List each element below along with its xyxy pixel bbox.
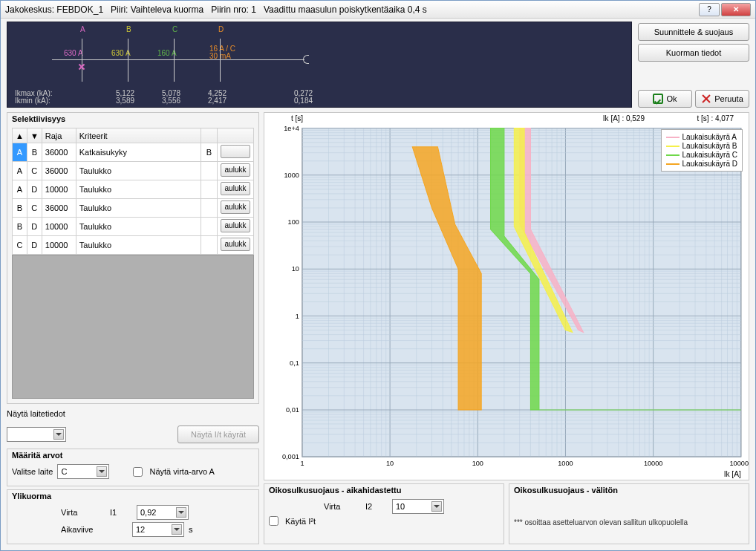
svg-text:1000: 1000 <box>558 460 573 467</box>
virta-label: Virta <box>61 508 105 517</box>
chevron-down-icon <box>431 501 442 512</box>
svg-text:10: 10 <box>292 265 299 273</box>
title-req: Vaadittu maasulun poiskytkentäaika 0,4 s <box>264 4 427 15</box>
svg-text:100000: 100000 <box>730 460 749 467</box>
chevron-down-icon <box>172 524 182 535</box>
table-row[interactable]: BD10000Taulukkoaulukk <box>13 218 254 236</box>
delay-label: Aikaviive <box>61 525 128 534</box>
i1-label: I1 <box>110 508 132 517</box>
table-row[interactable]: AD10000Taulukkoaulukk <box>13 180 254 199</box>
chart-cursor-t: t [s] : 4,077 <box>697 114 734 123</box>
chevron-down-icon <box>53 429 64 440</box>
svg-text:1000: 1000 <box>284 172 299 179</box>
chevron-down-icon <box>176 507 186 518</box>
svg-text:0,001: 0,001 <box>282 453 299 460</box>
i1-select[interactable]: 0,92 <box>137 505 189 520</box>
sc-delayed-title: Oikosulkusuojaus - aikahidastettu <box>264 484 504 496</box>
cancel-button[interactable]: Peruuta <box>695 90 749 108</box>
svg-text:Ik [A]: Ik [A] <box>724 470 741 478</box>
table-row[interactable]: CD10000Taulukkoaulukk <box>13 236 254 255</box>
sc-virta-label: Virta <box>324 502 361 511</box>
col-b[interactable]: ▼ <box>27 128 42 143</box>
show-current-a-label: Näytä virta-arvo A <box>149 467 214 476</box>
delay-select[interactable]: 12 <box>132 522 184 537</box>
row-action-button[interactable]: aulukk <box>221 200 250 214</box>
use-i2t-checkbox[interactable] <box>269 516 278 526</box>
design-button[interactable]: Suunnittele & suojaus <box>638 23 749 41</box>
chart-cursor-ik: Ik [A] : 0,529 <box>603 114 645 123</box>
title-dist: Jakokeskus: FEBDOK_1 <box>5 4 103 15</box>
sc-instant-group: Oikosulkusuojaus - välitön *** osoittaa … <box>509 483 749 544</box>
use-i2t-label: Käytä I²t <box>285 517 316 526</box>
i2-label: I2 <box>365 502 388 511</box>
table-row[interactable]: AC36000Taulukkoaulukk <box>13 162 254 180</box>
overload-title: Ylikuorma <box>7 490 258 502</box>
select-device-label: Valitse laite <box>12 467 53 476</box>
col-criteria[interactable]: Kriteerit <box>76 128 201 143</box>
trip-curve-chart[interactable]: t [s] Ik [A] : 0,529 t [s] : 4,077 11010… <box>264 112 749 480</box>
col-a[interactable]: ▲ <box>13 128 27 143</box>
svg-text:10000: 10000 <box>644 460 662 467</box>
chart-ylabel: t [s] <box>291 114 303 123</box>
delay-unit: s <box>189 525 193 534</box>
ok-button[interactable]: Ok <box>638 90 692 108</box>
row-action-button[interactable]: aulukk <box>221 219 250 232</box>
row-action-button[interactable] <box>221 145 250 158</box>
device-select-small[interactable] <box>7 427 66 442</box>
selectivity-table: ▲ ▼ Raja Kriteerit AB36000KatkaisukykyBA… <box>12 128 254 255</box>
x-icon <box>701 94 711 104</box>
title-circ: Piiri: Vaihteleva kuorma <box>111 4 203 15</box>
svg-text:0,01: 0,01 <box>286 406 299 414</box>
svg-text:100: 100 <box>472 460 483 467</box>
sc-instant-title: Oikosulkusuojaus - välitön <box>509 484 749 496</box>
circuit-diagram: A 630 A .sA::before,.sA::after{backgroun… <box>7 22 632 108</box>
sc-instant-note: *** osoittaa asetteluarvon olevan sallit… <box>514 518 744 526</box>
selectivity-title: Selektiivisyys <box>7 113 258 125</box>
chart-legend: Laukaisukäyrä A Laukaisukäyrä B Laukaisu… <box>661 129 743 172</box>
table-row[interactable]: BC36000Taulukkoaulukk <box>13 199 254 218</box>
show-curves-button[interactable]: Näytä I/t käyrät <box>177 426 259 443</box>
row-action-button[interactable]: aulukk <box>221 182 250 195</box>
define-title: Määritä arvot <box>7 449 258 461</box>
select-device[interactable]: C <box>57 464 109 479</box>
svg-text:1e+4: 1e+4 <box>284 125 299 132</box>
show-current-a-checkbox[interactable] <box>133 467 143 477</box>
chevron-down-icon <box>97 466 107 477</box>
check-icon <box>653 94 663 104</box>
close-button[interactable]: ✕ <box>721 3 751 16</box>
table-empty-area <box>12 255 254 399</box>
app-window: Jakokeskus: FEBDOK_1 Piiri: Vaihteleva k… <box>0 0 756 551</box>
help-button[interactable]: ? <box>699 3 720 16</box>
row-action-button[interactable]: aulukk <box>221 163 250 177</box>
table-row[interactable]: AB36000KatkaisukykyB <box>13 143 254 162</box>
title-cnum: Piirin nro: 1 <box>211 4 256 15</box>
col-limit[interactable]: Raja <box>42 128 76 143</box>
svg-text:100: 100 <box>288 218 299 226</box>
title-bar: Jakokeskus: FEBDOK_1 Piiri: Vaihteleva k… <box>1 1 755 19</box>
load-info-button[interactable]: Kuorman tiedot <box>638 44 749 62</box>
svg-text:1: 1 <box>296 313 299 320</box>
sc-delayed-group: Oikosulkusuojaus - aikahidastettu Virta … <box>264 483 504 544</box>
svg-text:10: 10 <box>386 460 394 467</box>
svg-text:0,1: 0,1 <box>290 359 299 367</box>
svg-text:1: 1 <box>300 460 304 467</box>
row-action-button[interactable]: aulukk <box>221 238 250 251</box>
show-dev-label: Näytä laitetiedot <box>7 409 65 418</box>
i2-select[interactable]: 10 <box>392 499 444 514</box>
